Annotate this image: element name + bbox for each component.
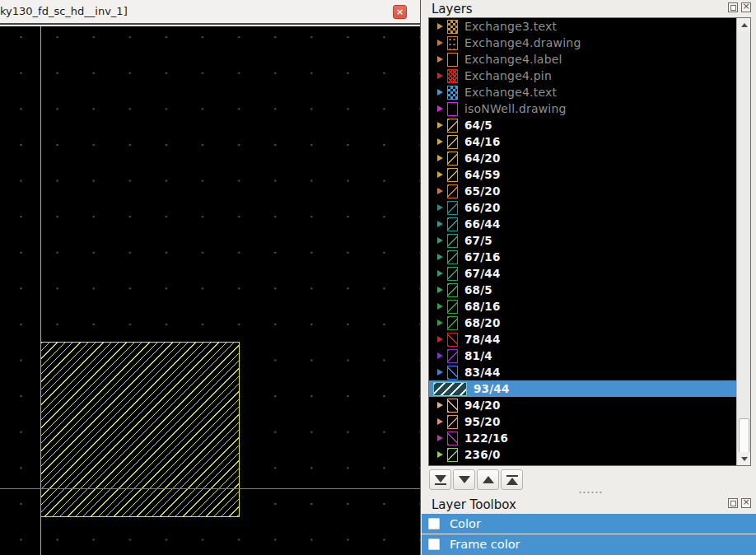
layer-expand-triangle-icon[interactable]	[437, 352, 443, 359]
layout-canvas[interactable]	[0, 26, 420, 555]
layer-row-95-20[interactable]: 95/20	[429, 413, 737, 430]
toolbox-row-color[interactable]: Color	[422, 514, 756, 534]
layer-row-exchange4-text[interactable]: Exchange4.text	[429, 84, 737, 100]
layer-style-swatch-icon[interactable]	[447, 316, 458, 330]
layer-expand-triangle-icon[interactable]	[437, 122, 443, 128]
layer-row-64-16[interactable]: 64/16	[429, 133, 737, 150]
layer-row-exchange3-text[interactable]: Exchange3.text	[429, 18, 737, 35]
layer-expand-triangle-icon[interactable]	[437, 56, 443, 63]
layer-expand-triangle-icon[interactable]	[437, 237, 443, 244]
layer-style-swatch-icon[interactable]	[447, 448, 458, 462]
layer-style-swatch-icon[interactable]	[447, 168, 458, 182]
layer-row-exchange4-drawing[interactable]: Exchange4.drawing	[429, 35, 737, 51]
layer-style-swatch-icon[interactable]	[447, 250, 458, 264]
move-to-bottom-button[interactable]	[429, 469, 451, 490]
layer-style-swatch-icon[interactable]	[447, 20, 458, 34]
layer-list-scrollbar[interactable]	[736, 18, 750, 465]
layer-style-swatch-icon[interactable]	[447, 102, 458, 116]
layout-shape-rect[interactable]	[40, 342, 240, 517]
layer-expand-triangle-icon[interactable]	[437, 336, 443, 343]
layer-row-67-16[interactable]: 67/16	[429, 249, 737, 265]
layer-expand-triangle-icon[interactable]	[437, 402, 443, 408]
layer-row-83-44[interactable]: 83/44	[429, 364, 737, 380]
layout-window-titlebar[interactable]: ky130_fd_sc_hd__inv_1] ×	[0, 0, 420, 25]
layer-row-isonwell-drawing[interactable]: isoNWell.drawing	[429, 100, 737, 117]
layer-row-78-44[interactable]: 78/44	[429, 331, 737, 347]
layer-expand-triangle-icon[interactable]	[437, 23, 443, 30]
layer-row-81-4[interactable]: 81/4	[429, 347, 737, 364]
layer-row-65-20[interactable]: 65/20	[429, 183, 737, 199]
layer-row-68-5[interactable]: 68/5	[429, 282, 737, 298]
layer-style-swatch-icon[interactable]	[447, 349, 458, 363]
layer-row-exchange4-pin[interactable]: Exchange4.pin	[429, 68, 737, 84]
layer-row-236-0[interactable]: 236/0	[429, 446, 737, 463]
layer-row-93-44[interactable]: 93/44	[429, 380, 737, 397]
layer-style-swatch-icon[interactable]	[447, 300, 458, 314]
layer-row-exchange4-label[interactable]: Exchange4.label	[429, 51, 737, 68]
close-panel-icon[interactable]	[741, 2, 751, 12]
layer-style-swatch-icon[interactable]	[447, 399, 458, 413]
layer-expand-triangle-icon[interactable]	[437, 418, 443, 425]
layer-expand-triangle-icon[interactable]	[437, 270, 443, 277]
layer-row-64-5[interactable]: 64/5	[429, 117, 737, 133]
layer-expand-triangle-icon[interactable]	[437, 287, 443, 293]
move-up-button[interactable]	[477, 469, 499, 490]
layer-expand-triangle-icon[interactable]	[437, 171, 443, 178]
layer-expand-triangle-icon[interactable]	[437, 105, 443, 112]
layer-expand-triangle-icon[interactable]	[437, 72, 443, 79]
layer-style-swatch-icon[interactable]	[447, 201, 458, 215]
layer-style-swatch-icon[interactable]	[447, 217, 458, 231]
layer-style-swatch-icon[interactable]	[447, 119, 458, 133]
float-toolbox-icon[interactable]	[728, 498, 738, 508]
move-to-top-button[interactable]	[501, 469, 523, 490]
layer-row-94-20[interactable]: 94/20	[429, 397, 737, 413]
layer-expand-triangle-icon[interactable]	[437, 451, 443, 458]
layer-expand-triangle-icon[interactable]	[437, 319, 443, 326]
close-icon[interactable]: ×	[393, 5, 407, 19]
layer-row-68-20[interactable]: 68/20	[429, 315, 737, 331]
layer-row-66-20[interactable]: 66/20	[429, 199, 737, 216]
layer-expand-triangle-icon[interactable]	[437, 155, 443, 161]
layer-expand-triangle-icon[interactable]	[437, 89, 443, 96]
layer-style-swatch-icon[interactable]	[433, 382, 467, 396]
close-toolbox-icon[interactable]	[741, 498, 751, 508]
layer-expand-triangle-icon[interactable]	[437, 188, 443, 194]
layer-row-67-44[interactable]: 67/44	[429, 265, 737, 282]
layer-style-swatch-icon[interactable]	[447, 53, 458, 67]
layer-style-swatch-icon[interactable]	[447, 234, 458, 248]
layer-expand-triangle-icon[interactable]	[437, 221, 443, 227]
float-panel-icon[interactable]	[728, 2, 738, 12]
layer-style-swatch-icon[interactable]	[447, 431, 458, 445]
layer-style-swatch-icon[interactable]	[447, 283, 458, 297]
frame-color-checkbox[interactable]	[428, 539, 440, 550]
dock-splitter[interactable]	[422, 489, 756, 496]
layer-style-swatch-icon[interactable]	[447, 86, 458, 100]
layer-row-64-59[interactable]: 64/59	[429, 166, 737, 183]
scroll-down-icon[interactable]	[737, 452, 751, 465]
layer-expand-triangle-icon[interactable]	[437, 303, 443, 310]
layer-expand-triangle-icon[interactable]	[437, 138, 443, 145]
layer-expand-triangle-icon[interactable]	[437, 254, 443, 260]
layer-style-swatch-icon[interactable]	[447, 333, 458, 347]
layer-row-67-5[interactable]: 67/5	[429, 232, 737, 249]
layer-style-swatch-icon[interactable]	[447, 267, 458, 281]
toolbox-row-frame-color[interactable]: Frame color	[422, 534, 756, 554]
layer-style-swatch-icon[interactable]	[447, 135, 458, 149]
layer-row-66-44[interactable]: 66/44	[429, 216, 737, 232]
color-checkbox[interactable]	[428, 518, 440, 529]
scroll-up-icon[interactable]	[737, 18, 751, 31]
layer-style-swatch-icon[interactable]	[447, 415, 458, 429]
layer-row-64-20[interactable]: 64/20	[429, 150, 737, 166]
layer-style-swatch-icon[interactable]	[447, 184, 458, 198]
layer-expand-triangle-icon[interactable]	[437, 204, 443, 211]
move-down-button[interactable]	[453, 469, 475, 490]
layer-style-swatch-icon[interactable]	[447, 366, 458, 380]
layer-style-swatch-icon[interactable]	[447, 36, 458, 50]
layer-expand-triangle-icon[interactable]	[437, 40, 443, 46]
layer-expand-triangle-icon[interactable]	[437, 369, 443, 375]
scrollbar-thumb[interactable]	[739, 418, 749, 455]
layer-expand-triangle-icon[interactable]	[437, 435, 443, 441]
layer-row-122-16[interactable]: 122/16	[429, 430, 737, 446]
layer-style-swatch-icon[interactable]	[447, 69, 458, 83]
layer-row-68-16[interactable]: 68/16	[429, 298, 737, 315]
